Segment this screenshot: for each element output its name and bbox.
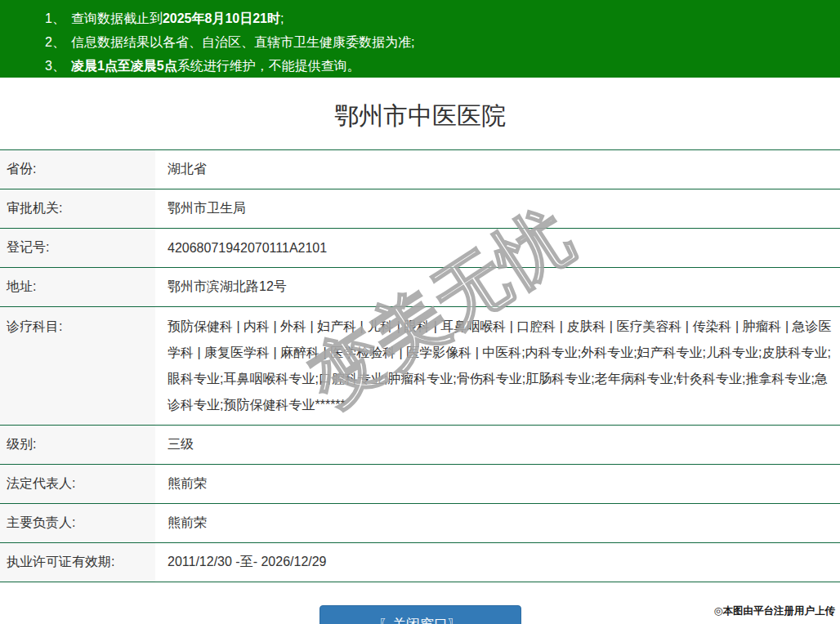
notice-text: 信息数据结果以各省、自治区、直辖市卫生健康委数据为准; bbox=[71, 35, 414, 49]
notice-line-2: 2、信息数据结果以各省、自治区、直辖市卫生健康委数据为准; bbox=[45, 30, 840, 54]
notice-number: 2、 bbox=[45, 35, 65, 49]
field-label: 主要负责人: bbox=[0, 504, 155, 543]
upload-stamp-text: ◎本图由平台注册用户上传 bbox=[714, 604, 835, 618]
field-label: 审批机关: bbox=[0, 189, 155, 229]
table-row-legal-representative: 法定代表人: 熊前荣 bbox=[0, 465, 840, 504]
notice-text-bold: 2025年8月10日21时 bbox=[163, 11, 280, 25]
notice-header: 1、查询数据截止到2025年8月10日21时; 2、信息数据结果以各省、自治区、… bbox=[0, 0, 840, 78]
table-row-address: 地址: 鄂州市滨湖北路12号 bbox=[0, 268, 840, 307]
field-value: 熊前荣 bbox=[155, 504, 840, 543]
notice-text: 系统进行维护，不能提供查询。 bbox=[177, 59, 360, 73]
field-value: 湖北省 bbox=[155, 150, 840, 189]
notice-text: ; bbox=[280, 11, 284, 25]
notice-text-bold: 凌晨1点至凌晨5点 bbox=[71, 59, 177, 73]
table-row-license-validity: 执业许可证有效期: 2011/12/30 -至- 2026/12/29 bbox=[0, 543, 840, 582]
notice-number: 3、 bbox=[45, 59, 65, 73]
field-label: 执业许可证有效期: bbox=[0, 543, 155, 582]
field-label: 地址: bbox=[0, 268, 155, 307]
notice-number: 1、 bbox=[45, 11, 65, 25]
table-row-medical-departments: 诊疗科目: 预防保健科 | 内科 | 外科 | 妇产科 | 儿科 | 眼科 | … bbox=[0, 307, 840, 426]
notice-text: 查询数据截止到 bbox=[71, 11, 163, 25]
table-row-province: 省份: 湖北省 bbox=[0, 150, 840, 189]
field-label: 省份: bbox=[0, 150, 155, 189]
notice-line-1: 1、查询数据截止到2025年8月10日21时; bbox=[45, 7, 840, 30]
close-window-button[interactable]: 〖关闭窗口〗 bbox=[319, 605, 521, 624]
hospital-info-table: 省份: 湖北省 审批机关: 鄂州市卫生局 登记号: 42068071942070… bbox=[0, 149, 840, 582]
field-value: 鄂州市卫生局 bbox=[155, 189, 840, 229]
field-value: 熊前荣 bbox=[155, 465, 840, 504]
field-label: 登记号: bbox=[0, 229, 155, 268]
table-row-approval-authority: 审批机关: 鄂州市卫生局 bbox=[0, 189, 840, 229]
table-row-main-person-in-charge: 主要负责人: 熊前荣 bbox=[0, 504, 840, 543]
field-value: 42068071942070111A2101 bbox=[155, 229, 840, 268]
field-label: 法定代表人: bbox=[0, 465, 155, 504]
table-row-registration-number: 登记号: 42068071942070111A2101 bbox=[0, 229, 840, 268]
field-label: 级别: bbox=[0, 426, 155, 465]
field-value: 三级 bbox=[155, 426, 840, 465]
field-value: 预防保健科 | 内科 | 外科 | 妇产科 | 儿科 | 眼科 | 耳鼻咽喉科 … bbox=[155, 307, 840, 426]
field-value: 鄂州市滨湖北路12号 bbox=[155, 268, 840, 307]
page-title: 鄂州市中医医院 bbox=[0, 78, 840, 149]
field-label: 诊疗科目: bbox=[0, 307, 155, 426]
field-value: 2011/12/30 -至- 2026/12/29 bbox=[155, 543, 840, 582]
notice-line-3: 3、凌晨1点至凌晨5点系统进行维护，不能提供查询。 bbox=[45, 54, 840, 78]
table-row-level: 级别: 三级 bbox=[0, 426, 840, 465]
